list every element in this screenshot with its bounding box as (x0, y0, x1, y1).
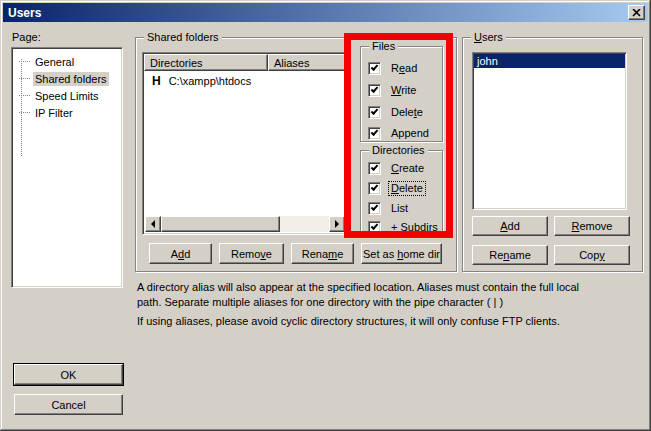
folder-remove-button[interactable]: Remove (219, 243, 284, 264)
horizontal-scrollbar[interactable] (145, 216, 345, 232)
user-item-john[interactable]: john (474, 54, 625, 68)
scroll-left-button[interactable] (145, 216, 161, 232)
page-item-shared-folders[interactable]: Shared folders (12, 70, 122, 87)
scroll-right-icon (335, 220, 339, 228)
folder-add-button[interactable]: Add (149, 243, 212, 264)
tree-connector (19, 78, 30, 79)
page-item-general[interactable]: General (12, 53, 122, 70)
ok-button[interactable]: OK (14, 364, 123, 385)
tree-connector (19, 112, 30, 113)
cancel-button[interactable]: Cancel (14, 394, 123, 415)
page-item-ip-filter[interactable]: IP Filter (12, 104, 122, 121)
folder-rename-button[interactable]: Rename (291, 243, 354, 264)
scroll-left-icon (151, 220, 155, 228)
annotation-rectangle (344, 33, 453, 238)
shared-folder-row[interactable]: H C:\xampp\htdocs (145, 73, 345, 88)
list-header: Directories Aliases (144, 54, 346, 71)
scrollbar-track[interactable] (280, 216, 329, 232)
users-group-label: Users (471, 31, 506, 44)
tree-connector (19, 61, 30, 62)
users-dialog: Users Page: General Shared folders Speed… (0, 0, 651, 431)
alias-help-paragraph-1: A directory alias will also appear at th… (137, 280, 599, 310)
close-button[interactable] (628, 5, 645, 20)
tree-connector (19, 95, 30, 96)
set-as-home-dir-button[interactable]: Set as home dir (361, 243, 442, 264)
home-dir-marker: H (152, 74, 161, 88)
shared-folders-group-label: Shared folders (144, 31, 222, 44)
page-item-speed-limits[interactable]: Speed Limits (12, 87, 122, 104)
column-header-aliases[interactable]: Aliases (268, 54, 346, 71)
alias-help-paragraph-2: If using aliases, please avoid cyclic di… (137, 314, 599, 329)
directory-path: C:\xampp\htdocs (169, 75, 252, 87)
scrollbar-thumb[interactable] (161, 216, 280, 232)
user-copy-button[interactable]: Copy (554, 245, 630, 265)
user-add-button[interactable]: Add (472, 216, 548, 236)
user-rename-button[interactable]: Rename (472, 245, 548, 265)
close-icon (632, 9, 641, 17)
page-label: Page: (12, 31, 41, 43)
alias-help-text: A directory alias will also appear at th… (137, 280, 599, 333)
title-bar[interactable]: Users (3, 3, 648, 22)
users-list[interactable]: john (472, 52, 627, 210)
window-title: Users (8, 6, 41, 20)
page-list[interactable]: General Shared folders Speed Limits IP F… (11, 47, 123, 288)
scroll-right-button[interactable] (329, 216, 345, 232)
shared-folders-list[interactable]: Directories Aliases H C:\xampp\htdocs (142, 52, 348, 235)
column-header-directories[interactable]: Directories (144, 54, 268, 71)
user-remove-button[interactable]: Remove (554, 216, 630, 236)
